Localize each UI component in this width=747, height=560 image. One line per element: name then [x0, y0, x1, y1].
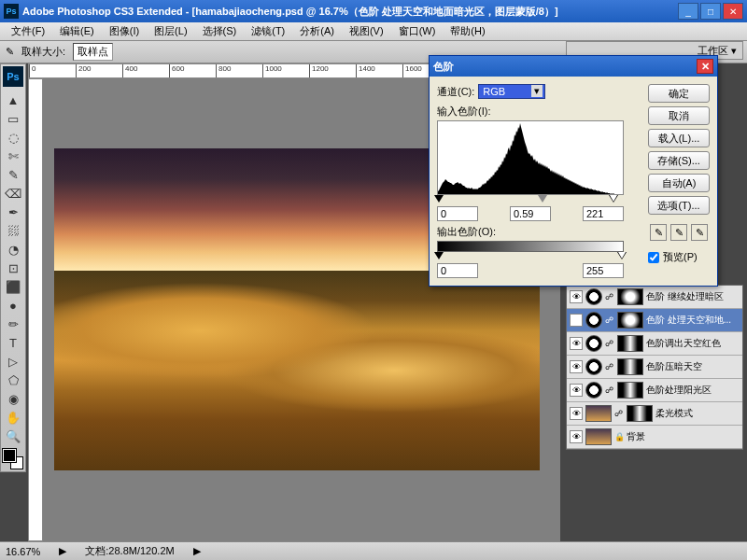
- adjustment-thumb[interactable]: [585, 358, 602, 375]
- menu-item[interactable]: 图像(I): [102, 24, 147, 38]
- tool-button[interactable]: ⌫: [3, 184, 23, 203]
- menu-item[interactable]: 文件(F): [4, 24, 52, 38]
- mask-thumb[interactable]: [617, 288, 643, 305]
- tool-button[interactable]: T: [3, 333, 23, 352]
- ok-button[interactable]: 确定: [648, 84, 710, 103]
- tool-button[interactable]: ✄: [3, 147, 23, 165]
- adjustment-thumb[interactable]: [585, 335, 602, 352]
- layer-name[interactable]: 色阶调出天空红色: [646, 337, 740, 350]
- layers-panel: 👁☍色阶 继续处理暗区👁☍色阶 处理天空和地...👁☍色阶调出天空红色👁☍色阶压…: [566, 285, 743, 450]
- layer-row[interactable]: 👁☍柔光模式: [567, 402, 742, 426]
- mask-thumb[interactable]: [617, 312, 643, 329]
- out-white-slider[interactable]: [617, 252, 627, 259]
- input-levels-label: 输入色阶(I):: [437, 105, 641, 119]
- close-button[interactable]: ✕: [723, 3, 743, 20]
- tool-button[interactable]: 🔍: [3, 427, 23, 445]
- sample-size-select[interactable]: 取样点: [73, 43, 113, 61]
- output-white-field[interactable]: [583, 263, 624, 278]
- tool-button[interactable]: ⬠: [3, 371, 23, 389]
- layer-thumb[interactable]: [585, 428, 612, 445]
- white-point-slider[interactable]: [609, 195, 618, 203]
- layer-name[interactable]: 色阶 处理天空和地...: [646, 314, 740, 327]
- tool-button[interactable]: ⛆: [3, 221, 23, 240]
- adjustment-thumb[interactable]: [585, 382, 602, 399]
- cancel-button[interactable]: 取消: [648, 106, 710, 125]
- save-button[interactable]: 存储(S)...: [648, 151, 710, 170]
- minimize-button[interactable]: _: [678, 3, 698, 20]
- load-button[interactable]: 载入(L)...: [648, 129, 710, 147]
- dialog-close-button[interactable]: ✕: [697, 59, 713, 74]
- adjustment-thumb[interactable]: [585, 312, 602, 329]
- mask-thumb[interactable]: [627, 405, 653, 422]
- menu-item[interactable]: 图层(L): [147, 24, 194, 38]
- input-black-field[interactable]: [437, 206, 478, 221]
- channel-select[interactable]: RGB: [478, 84, 545, 99]
- black-point-slider[interactable]: [434, 195, 444, 203]
- layer-name[interactable]: 柔光模式: [655, 407, 740, 420]
- black-eyedropper-icon[interactable]: ✎: [650, 224, 667, 241]
- mask-thumb[interactable]: [617, 382, 643, 399]
- menubar: 文件(F)编辑(E)图像(I)图层(L)选择(S)滤镜(T)分析(A)视图(V)…: [0, 22, 747, 41]
- white-eyedropper-icon[interactable]: ✎: [691, 224, 708, 241]
- tool-button[interactable]: ✏: [3, 315, 23, 333]
- menu-item[interactable]: 视图(V): [342, 24, 391, 38]
- visibility-icon[interactable]: 👁: [570, 337, 583, 350]
- menu-item[interactable]: 窗口(W): [391, 24, 444, 38]
- color-swatches[interactable]: [3, 449, 23, 469]
- visibility-icon[interactable]: 👁: [570, 290, 583, 303]
- layer-name[interactable]: 色阶处理阳光区: [646, 384, 740, 397]
- layer-row[interactable]: 👁☍色阶 处理天空和地...: [567, 309, 742, 332]
- preview-checkbox[interactable]: 预览(P): [648, 250, 710, 264]
- input-white-field[interactable]: [583, 206, 624, 221]
- tool-button[interactable]: ◌: [3, 128, 23, 147]
- output-sliders[interactable]: [437, 252, 624, 261]
- visibility-icon[interactable]: 👁: [570, 407, 583, 420]
- tool-button[interactable]: ◔: [3, 240, 23, 259]
- fg-color-swatch[interactable]: [3, 449, 16, 462]
- maximize-button[interactable]: □: [700, 3, 721, 20]
- tool-button[interactable]: ◉: [3, 389, 23, 408]
- menu-item[interactable]: 滤镜(T): [244, 24, 292, 38]
- out-black-slider[interactable]: [434, 252, 444, 259]
- layer-name[interactable]: 背景: [627, 430, 740, 443]
- layer-row[interactable]: 👁☍色阶调出天空红色: [567, 332, 742, 356]
- visibility-icon[interactable]: 👁: [570, 430, 583, 443]
- output-black-field[interactable]: [437, 263, 478, 278]
- visibility-icon[interactable]: 👁: [570, 360, 583, 373]
- output-gradient[interactable]: [437, 241, 624, 252]
- layer-thumb[interactable]: [585, 405, 612, 422]
- tool-button[interactable]: ✋: [3, 408, 23, 427]
- gray-eyedropper-icon[interactable]: ✎: [670, 224, 687, 241]
- layer-row[interactable]: 👁🔒背景: [567, 426, 742, 449]
- dialog-titlebar[interactable]: 色阶 ✕: [430, 56, 717, 77]
- layer-row[interactable]: 👁☍色阶处理阳光区: [567, 379, 742, 402]
- tool-button[interactable]: ▲: [3, 91, 23, 109]
- visibility-icon[interactable]: 👁: [570, 384, 583, 397]
- layer-name[interactable]: 色阶压暗天空: [646, 360, 740, 373]
- input-sliders[interactable]: [437, 195, 624, 204]
- adjustment-thumb[interactable]: [585, 288, 602, 305]
- tool-button[interactable]: ●: [3, 296, 23, 315]
- tool-button[interactable]: ▷: [3, 352, 23, 371]
- tool-button[interactable]: ✎: [3, 165, 23, 184]
- layer-row[interactable]: 👁☍色阶 继续处理暗区: [567, 286, 742, 309]
- gamma-slider[interactable]: [538, 195, 547, 203]
- tool-button[interactable]: ✒: [3, 203, 23, 221]
- layer-name[interactable]: 色阶 继续处理暗区: [646, 290, 740, 303]
- input-gamma-field[interactable]: [510, 206, 551, 221]
- toolbox: Ps ▲▭◌✄✎⌫✒⛆◔⊡⬛●✏T▷⬠◉✋🔍: [0, 63, 26, 472]
- auto-button[interactable]: 自动(A): [648, 174, 710, 192]
- mask-thumb[interactable]: [617, 358, 643, 375]
- zoom-readout[interactable]: 16.67%: [6, 546, 40, 557]
- mask-thumb[interactable]: [617, 335, 643, 352]
- menu-item[interactable]: 帮助(H): [443, 24, 492, 38]
- tool-button[interactable]: ▭: [3, 109, 23, 128]
- layer-row[interactable]: 👁☍色阶压暗天空: [567, 356, 742, 379]
- menu-item[interactable]: 分析(A): [292, 24, 342, 38]
- menu-item[interactable]: 编辑(E): [52, 24, 102, 38]
- tool-button[interactable]: ⊡: [3, 259, 23, 277]
- options-button[interactable]: 选项(T)...: [648, 196, 710, 215]
- visibility-icon[interactable]: 👁: [570, 314, 583, 327]
- tool-button[interactable]: ⬛: [3, 277, 23, 296]
- menu-item[interactable]: 选择(S): [195, 24, 245, 38]
